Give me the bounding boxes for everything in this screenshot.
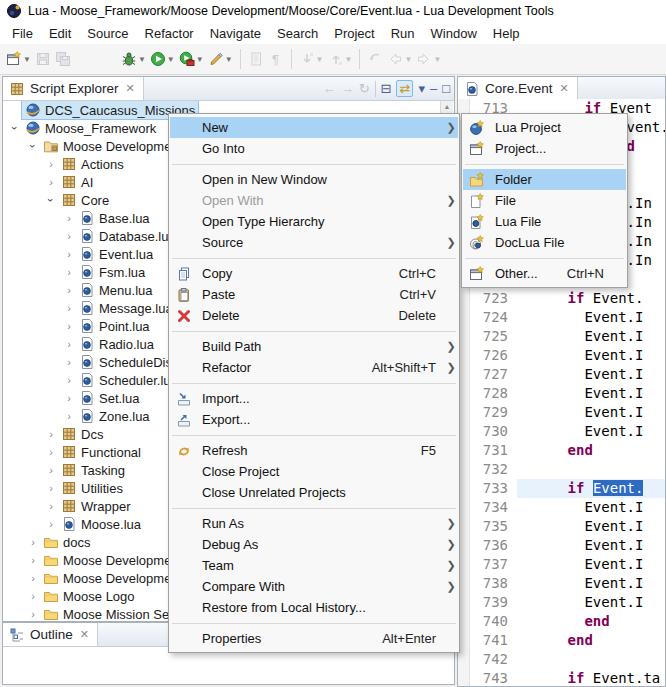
expand-arrow-icon[interactable]: › <box>62 248 76 260</box>
code-line-727[interactable]: 727 Event.I <box>470 365 665 384</box>
context-menu-item-team[interactable]: Team❯ <box>170 555 458 576</box>
dropdown-caret-icon[interactable]: ▼ <box>316 55 324 64</box>
new-submenu-item-project[interactable]: Project... <box>463 138 626 159</box>
menubar-refactor[interactable]: Refactor <box>137 23 202 44</box>
run-button[interactable]: ▼ <box>148 47 177 71</box>
context-menu-item-source[interactable]: Source❯ <box>170 232 458 253</box>
context-menu-item-close-unrelated-projects[interactable]: Close Unrelated Projects <box>170 482 458 503</box>
code-line-737[interactable]: 737 Event.I <box>470 555 665 574</box>
expand-arrow-icon[interactable]: › <box>44 464 58 476</box>
code-line-741[interactable]: 741 end <box>470 631 665 650</box>
expand-arrow-icon[interactable]: › <box>26 536 40 548</box>
expand-arrow-icon[interactable]: › <box>62 392 76 404</box>
expand-arrow-icon[interactable]: › <box>62 302 76 314</box>
menubar-file[interactable]: File <box>4 23 41 44</box>
context-menu-item-go-into[interactable]: Go Into <box>170 138 458 159</box>
context-menu-item-paste[interactable]: PasteCtrl+V <box>170 284 458 305</box>
code-line-736[interactable]: 736 Event.I <box>470 536 665 555</box>
code-line-730[interactable]: 730 Event.I <box>470 422 665 441</box>
menubar-help[interactable]: Help <box>485 23 528 44</box>
new-submenu-item-doclua-file[interactable]: @DocLua File <box>463 232 626 253</box>
code-line-726[interactable]: 726 Event.I <box>470 346 665 365</box>
expand-arrow-icon[interactable]: › <box>44 482 58 494</box>
code-line-743[interactable]: 743 if Event.ta <box>470 669 665 686</box>
new-submenu-item-folder[interactable]: Folder <box>463 169 626 190</box>
dropdown-caret-icon[interactable]: ▼ <box>225 55 233 64</box>
menubar-project[interactable]: Project <box>326 23 382 44</box>
expand-arrow-icon[interactable]: › <box>62 266 76 278</box>
context-menu-item-delete[interactable]: DeleteDelete <box>170 305 458 326</box>
expand-arrow-icon[interactable]: › <box>26 608 40 620</box>
new-submenu-item-lua-file[interactable]: Lua File <box>463 211 626 232</box>
code-line-735[interactable]: 735 Event.I <box>470 517 665 536</box>
dropdown-caret-icon[interactable]: ▼ <box>196 55 204 64</box>
context-menu-item-refresh[interactable]: RefreshF5 <box>170 440 458 461</box>
expand-arrow-icon[interactable]: › <box>62 230 76 242</box>
expand-arrow-icon[interactable]: › <box>26 572 40 584</box>
new-submenu-item-lua-project[interactable]: Lua Project <box>463 117 626 138</box>
scroll-up-icon[interactable]: ▲ <box>441 101 453 112</box>
code-line-731[interactable]: 731 end <box>470 441 665 460</box>
context-menu-item-import[interactable]: Import... <box>170 388 458 409</box>
tab-core-event[interactable]: Core.Event ✕ <box>458 77 578 100</box>
context-menu-item-run-as[interactable]: Run As❯ <box>170 513 458 534</box>
expand-arrow-icon[interactable]: › <box>62 356 76 368</box>
menubar-run[interactable]: Run <box>383 23 423 44</box>
context-menu-item-close-project[interactable]: Close Project <box>170 461 458 482</box>
code-line-729[interactable]: 729 Event.I <box>470 403 665 422</box>
expand-arrow-icon[interactable]: › <box>44 176 58 188</box>
context-menu-item-open-in-new-window[interactable]: Open in New Window <box>170 169 458 190</box>
tab-script-explorer[interactable]: Script Explorer ✕ <box>3 77 144 100</box>
dropdown-caret-icon[interactable]: ▼ <box>404 55 412 64</box>
context-menu-item-new[interactable]: New❯ <box>170 117 458 138</box>
code-line-742[interactable]: 742 <box>470 650 665 669</box>
collapse-all-icon[interactable]: ⊟ <box>381 82 392 95</box>
code-line-734[interactable]: 734 Event.I <box>470 498 665 517</box>
code-line-728[interactable]: 728 Event.I <box>470 384 665 403</box>
context-menu-item-build-path[interactable]: Build Path❯ <box>170 336 458 357</box>
code-line-733[interactable]: 733 if Event. <box>470 479 665 498</box>
code-line-740[interactable]: 740 end <box>470 612 665 631</box>
dropdown-caret-icon[interactable]: ▼ <box>345 55 353 64</box>
new-submenu-item-other[interactable]: Other...Ctrl+N <box>463 263 626 284</box>
context-menu-item-debug-as[interactable]: Debug As❯ <box>170 534 458 555</box>
collapse-arrow-icon[interactable]: › <box>27 139 39 153</box>
new-submenu-item-file[interactable]: File <box>463 190 626 211</box>
context-menu-item-copy[interactable]: CopyCtrl+C <box>170 263 458 284</box>
code-line-739[interactable]: 739 Event.I <box>470 593 665 612</box>
expand-arrow-icon[interactable]: › <box>62 410 76 422</box>
external-tools-button[interactable]: ▼ <box>206 47 235 71</box>
collapse-arrow-icon[interactable]: › <box>45 193 57 207</box>
menubar-search[interactable]: Search <box>269 23 326 44</box>
expand-arrow-icon[interactable]: › <box>44 500 58 512</box>
debug-button[interactable]: ▼ <box>119 47 148 71</box>
expand-arrow-icon[interactable]: › <box>44 158 58 170</box>
expand-arrow-icon[interactable]: › <box>62 284 76 296</box>
context-menu-item-export[interactable]: Export... <box>170 409 458 430</box>
code-line-724[interactable]: 724 Event.I <box>470 308 665 327</box>
dropdown-caret-icon[interactable]: ▼ <box>167 55 175 64</box>
context-menu-item-compare-with[interactable]: Compare With❯ <box>170 576 458 597</box>
context-menu-item-restore-from-local-history[interactable]: Restore from Local History... <box>170 597 458 618</box>
expand-arrow-icon[interactable]: › <box>44 446 58 458</box>
expand-arrow-icon[interactable]: › <box>62 212 76 224</box>
code-line-738[interactable]: 738 Event.I <box>470 574 665 593</box>
menubar-window[interactable]: Window <box>423 23 485 44</box>
collapse-arrow-icon[interactable]: › <box>9 121 21 135</box>
code-line-732[interactable]: 732 <box>470 460 665 479</box>
expand-arrow-icon[interactable]: › <box>26 590 40 602</box>
new-wizard-button[interactable]: ▼ <box>4 47 33 71</box>
expand-arrow-icon[interactable]: › <box>62 374 76 386</box>
dropdown-caret-icon[interactable]: ▼ <box>23 55 31 64</box>
dropdown-caret-icon[interactable]: ▼ <box>433 55 441 64</box>
code-line-723[interactable]: 723 if Event. <box>470 289 665 308</box>
expand-arrow-icon[interactable]: › <box>44 518 58 530</box>
expand-arrow-icon[interactable]: › <box>62 320 76 332</box>
expand-arrow-icon[interactable]: › <box>44 428 58 440</box>
close-icon[interactable]: ✕ <box>126 82 135 95</box>
menubar-edit[interactable]: Edit <box>41 23 79 44</box>
menubar-source[interactable]: Source <box>79 23 136 44</box>
close-icon[interactable]: ✕ <box>560 82 569 95</box>
view-menu-icon[interactable]: ▾ <box>418 82 425 95</box>
context-menu-item-properties[interactable]: PropertiesAlt+Enter <box>170 628 458 649</box>
